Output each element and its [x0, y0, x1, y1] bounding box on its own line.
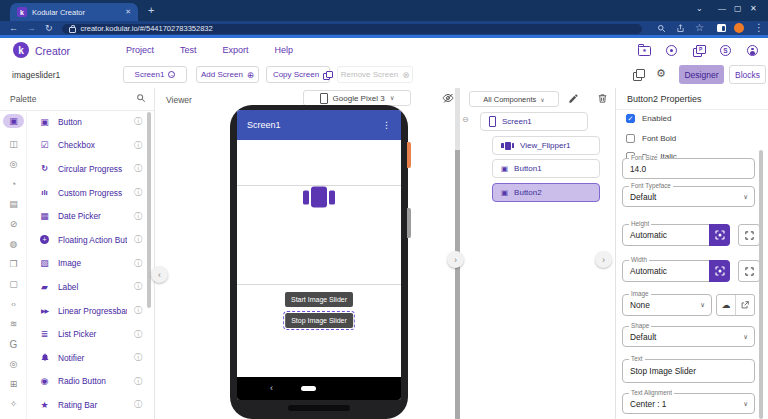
components-filter-dropdown[interactable]: All Components ∨ [469, 91, 559, 107]
width-automatic-icon-button[interactable] [709, 260, 730, 282]
palette-item-linear-progressbar[interactable]: ▶▶ Linear Progressbar ⓘ [27, 299, 148, 323]
category-google-icon[interactable]: G [0, 336, 27, 352]
side-panel-icon[interactable] [717, 24, 726, 32]
category-sensors-icon[interactable]: ⊘ [0, 216, 27, 232]
browser-forward-icon[interactable]: → [27, 24, 36, 33]
palette-item-date-picker[interactable]: ▦ Date Picker ⓘ [27, 204, 148, 228]
category-storage-icon[interactable]: ❐ [0, 256, 27, 272]
info-icon[interactable]: ⓘ [134, 352, 142, 363]
tree-collapse-icon[interactable]: ⊖ [462, 115, 469, 124]
font-size-field[interactable]: Font Size 14.0 [622, 158, 755, 179]
palette-item-floating-action-button[interactable]: + Floating Action Button ⓘ [27, 228, 148, 252]
info-icon[interactable]: ⓘ [134, 399, 142, 410]
info-icon[interactable]: ⓘ [134, 140, 142, 151]
menu-export[interactable]: Export [223, 45, 249, 55]
stop-image-slider-button[interactable]: Stop Image Slider [285, 313, 353, 328]
text-field[interactable]: Text Stop Image Slider [622, 359, 755, 383]
enabled-checkbox[interactable]: ✓ Enabled [626, 114, 671, 123]
palette-item-circular-progress[interactable]: ↻ Circular Progress ⓘ [27, 157, 148, 181]
info-icon[interactable]: ⓘ [134, 305, 142, 316]
toggle-visibility-icon[interactable] [442, 92, 454, 104]
tab-designer[interactable]: Designer [679, 65, 724, 84]
category-media-icon[interactable]: ◎ [0, 156, 27, 172]
category-maps-icon[interactable]: ▤ [0, 196, 27, 212]
screen-selector-button[interactable]: Screen1 ⌄ [123, 66, 187, 83]
collapse-components-handle[interactable]: › [595, 251, 612, 268]
info-icon[interactable]: ⓘ [134, 376, 142, 387]
info-icon[interactable]: ⓘ [134, 187, 142, 198]
add-screen-button[interactable]: Add Screen ⊕ [196, 66, 259, 83]
info-icon[interactable]: ⓘ [134, 281, 142, 292]
browser-tab[interactable]: k Kodular Creator ✕ [10, 3, 138, 21]
upload-image-button[interactable]: ☁ [717, 295, 735, 315]
expand-viewer-handle[interactable]: › [447, 251, 464, 268]
menu-project[interactable]: Project [126, 45, 154, 55]
palette-item-radio-button[interactable]: ◉ Radio Button ⓘ [27, 370, 148, 394]
palette-item-button[interactable]: ▣ Button ⓘ [27, 110, 148, 134]
palette-scrollbar[interactable] [147, 112, 151, 308]
category-utilities-icon[interactable]: ▢ [0, 276, 27, 292]
height-automatic-icon-button[interactable] [709, 224, 730, 246]
category-monetization-icon[interactable]: ◎ [0, 356, 27, 372]
palette-item-image[interactable]: ▧ Image ⓘ [27, 252, 148, 276]
tab-blocks[interactable]: Blocks [729, 65, 766, 84]
url-bar[interactable]: creator.kodular.io/#/5441702783352832 [62, 24, 642, 35]
palette-item-label[interactable]: ▰ Label ⓘ [27, 275, 148, 299]
bookmark-star-icon[interactable]: ☆ [695, 23, 704, 32]
category-layout-icon[interactable]: ◫ [0, 136, 27, 152]
tab-close-icon[interactable]: ✕ [125, 8, 131, 16]
browser-back-icon[interactable]: ← [9, 24, 18, 33]
info-icon[interactable]: ⓘ [134, 116, 142, 127]
browser-menu-icon[interactable]: ⋮ [754, 23, 764, 32]
zoom-icon[interactable] [657, 24, 666, 33]
category-connectivity-icon[interactable]: ≋ [0, 316, 27, 332]
height-expand-icon-button[interactable] [738, 224, 760, 246]
tree-item-screen1[interactable]: Screen1 [480, 112, 588, 131]
window-restore-button[interactable]: ▢ [734, 4, 742, 13]
info-icon[interactable]: ⓘ [134, 211, 142, 222]
window-minimize-button[interactable]: — [718, 4, 726, 13]
height-field[interactable]: Height Automatic [622, 224, 730, 246]
tree-item-button1[interactable]: ▣ Button1 [492, 159, 600, 178]
palette-item-notifier[interactable]: Notifier ⓘ [27, 346, 148, 370]
open-image-button[interactable] [735, 295, 754, 315]
image-select[interactable]: Image None ∨ [622, 294, 712, 316]
menu-test[interactable]: Test [180, 45, 197, 55]
tree-item-button2-selected[interactable]: ▣ Button2 [492, 183, 600, 202]
profile-avatar[interactable] [734, 23, 744, 33]
shape-select[interactable]: Shape Default ∨ [622, 326, 755, 347]
store-icon[interactable]: S [719, 44, 732, 57]
text-alignment-select[interactable]: Text Alignment Center : 1 ∨ [622, 393, 755, 414]
category-extensions-icon[interactable]: ✧ [0, 396, 27, 412]
category-drawing-icon[interactable]: ◔ [0, 176, 27, 192]
community-icon[interactable] [665, 44, 678, 57]
overflow-menu-icon[interactable]: ⋮ [382, 120, 391, 130]
palette-item-checkbox[interactable]: ☑ Checkbox ⓘ [27, 134, 148, 158]
width-field[interactable]: Width Automatic [622, 260, 730, 282]
browser-reload-icon[interactable]: ↻ [45, 24, 53, 33]
pages-icon[interactable]: P [692, 44, 705, 57]
copy-screen-button[interactable]: Copy Screen [266, 66, 330, 83]
properties-scrollbar[interactable] [759, 150, 763, 419]
palette-item-custom-progress[interactable]: ılı Custom Progress ⓘ [27, 181, 148, 205]
category-dynamic-icon[interactable]: ‹› [0, 296, 27, 312]
checkbox-checked-icon[interactable]: ✓ [626, 114, 635, 123]
new-tab-button[interactable]: + [148, 4, 154, 16]
window-close-button[interactable]: ✕ [750, 4, 757, 13]
info-icon[interactable]: ⓘ [134, 163, 142, 174]
view-flipper-component[interactable] [303, 187, 335, 208]
phone-screen[interactable]: Screen1 ⋮ Start Image Slider Stop Image … [237, 110, 401, 400]
share-icon[interactable] [676, 24, 685, 33]
my-projects-icon[interactable]: ★ [638, 44, 651, 57]
device-selector[interactable]: Google Pixel 3 ∨ [303, 90, 411, 106]
tree-item-view-flipper1[interactable]: View_Flipper1 [492, 136, 600, 155]
info-icon[interactable]: ⓘ [134, 258, 142, 269]
search-icon[interactable] [136, 93, 146, 103]
font-bold-checkbox[interactable]: Font Bold [626, 134, 676, 143]
collapse-palette-handle[interactable]: ‹ [151, 266, 168, 283]
palette-item-rating-bar[interactable]: ★ Rating Bar ⓘ [27, 393, 148, 417]
font-typeface-select[interactable]: Font Typeface Default ∨ [622, 186, 755, 207]
rename-pencil-icon[interactable] [568, 93, 579, 104]
info-icon[interactable]: ⓘ [134, 329, 142, 340]
account-icon[interactable] [746, 44, 759, 57]
